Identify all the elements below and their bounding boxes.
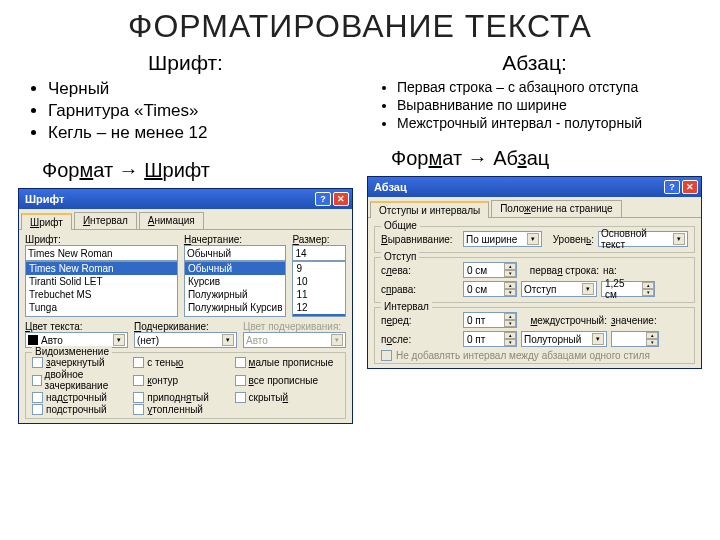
effects-legend: Видоизменение xyxy=(32,346,112,357)
right-bullets: Первая строка – с абзацного отступа Выра… xyxy=(381,79,702,131)
label-left-indent: слева: xyxy=(381,265,459,276)
list-item[interactable]: Обычный xyxy=(185,262,286,275)
font-dialog: Шрифт ? ✕ Шрифт Интервал Анимация Шрифт:… xyxy=(18,188,353,424)
list-item[interactable]: 12 xyxy=(293,301,345,314)
tab-position[interactable]: Положение на странице xyxy=(491,200,622,217)
chevron-down-icon: ▾ xyxy=(113,334,125,346)
list-item[interactable]: 9 xyxy=(293,262,345,275)
checkbox-shadow[interactable]: с тенью xyxy=(133,357,234,368)
first-line-amount-input[interactable]: 1,25 см▴▾ xyxy=(601,281,655,297)
checkbox-emboss[interactable]: приподнятый xyxy=(133,392,234,403)
label-space-before: перед: xyxy=(381,315,459,326)
tab-animation[interactable]: Анимация xyxy=(139,212,204,229)
chevron-down-icon: ▾ xyxy=(331,334,343,346)
list-item[interactable]: Курсив xyxy=(185,275,286,288)
underline-select[interactable]: (нет) ▾ xyxy=(134,332,237,348)
left-indent-input[interactable]: 0 см▴▾ xyxy=(463,262,517,278)
font-family-input[interactable]: Times New Roman xyxy=(25,245,178,261)
space-after-input[interactable]: 0 пт▴▾ xyxy=(463,331,517,347)
list-item[interactable]: Полужирный xyxy=(185,288,286,301)
line-spacing-value-input[interactable]: ▴▾ xyxy=(611,331,659,347)
font-size-input[interactable]: 14 xyxy=(292,245,346,261)
checkbox-allcaps[interactable]: все прописные xyxy=(235,369,336,391)
label-size: Размер: xyxy=(292,234,346,245)
close-button[interactable]: ✕ xyxy=(333,192,349,206)
right-heading: Абзац: xyxy=(367,51,702,75)
label-style: Начертание: xyxy=(184,234,287,245)
left-bullets: Черный Гарнитура «Times» Кегль – не мене… xyxy=(32,79,353,143)
list-item[interactable]: Tunga xyxy=(26,301,177,314)
checkbox-no-add-space: Не добавлять интервал между абзацами одн… xyxy=(381,350,688,361)
spacing-legend: Интервал xyxy=(381,301,432,312)
font-dialog-titlebar[interactable]: Шрифт ? ✕ xyxy=(19,189,352,209)
left-column: Шрифт: Черный Гарнитура «Times» Кегль – … xyxy=(18,49,353,424)
checkbox-smallcaps[interactable]: малые прописные xyxy=(235,357,336,368)
list-item[interactable]: 11 xyxy=(293,288,345,301)
help-button[interactable]: ? xyxy=(315,192,331,206)
label-space-after: после: xyxy=(381,334,459,345)
label-alignment: Выравнивание: xyxy=(381,234,459,245)
list-item[interactable]: 14 xyxy=(293,314,345,317)
help-button[interactable]: ? xyxy=(664,180,680,194)
checkbox-outline[interactable]: контур xyxy=(133,369,234,391)
label-font: Шрифт: xyxy=(25,234,178,245)
right-column: Абзац: Первая строка – с абзацного отсту… xyxy=(367,49,702,424)
label-line-spacing-value: значение: xyxy=(611,315,659,326)
list-item: Гарнитура «Times» xyxy=(48,101,353,121)
effects-group: Видоизменение зачеркнутый с тенью малые … xyxy=(25,352,346,419)
level-select[interactable]: Основной текст▾ xyxy=(598,231,688,247)
list-item[interactable]: Tiranti Solid LET xyxy=(26,275,177,288)
chevron-down-icon: ▾ xyxy=(582,283,594,295)
label-first-line: первая строка: xyxy=(521,265,599,276)
close-button[interactable]: ✕ xyxy=(682,180,698,194)
indent-group: Отступ слева: 0 см▴▾ первая строка: на: … xyxy=(374,257,695,303)
columns: Шрифт: Черный Гарнитура «Times» Кегль – … xyxy=(0,49,720,424)
chevron-down-icon: ▾ xyxy=(222,334,234,346)
line-spacing-select[interactable]: Полуторный▾ xyxy=(521,331,607,347)
slide-title: ФОРМАТИРОВАНИЕ ТЕКСТА xyxy=(0,8,720,45)
checkbox-subscript[interactable]: подстрочный xyxy=(32,404,133,415)
font-style-input[interactable]: Обычный xyxy=(184,245,287,261)
chevron-down-icon: ▾ xyxy=(527,233,539,245)
chevron-down-icon: ▾ xyxy=(673,233,685,245)
spacing-group: Интервал перед: 0 пт▴▾ междустрочный: зн… xyxy=(374,307,695,364)
space-before-input[interactable]: 0 пт▴▾ xyxy=(463,312,517,328)
checkbox-superscript[interactable]: надстрочный xyxy=(32,392,133,403)
list-item: Первая строка – с абзацного отступа xyxy=(397,79,702,95)
general-legend: Общие xyxy=(381,220,420,231)
font-family-list[interactable]: Times New Roman Tiranti Solid LET Trebuc… xyxy=(25,261,178,317)
list-item[interactable]: Times New Roman xyxy=(26,262,177,275)
list-item: Кегль – не менее 12 xyxy=(48,123,353,143)
list-item[interactable]: Полужирный Курсив xyxy=(185,301,286,314)
font-style-list[interactable]: Обычный Курсив Полужирный Полужирный Кур… xyxy=(184,261,287,317)
font-size-list[interactable]: 9 10 11 12 14 xyxy=(292,261,346,317)
checkbox-double-strike[interactable]: двойное зачеркивание xyxy=(32,369,133,391)
label-color: Цвет текста: xyxy=(25,321,128,332)
label-level: Уровень: xyxy=(546,234,594,245)
list-item: Выравнивание по ширине xyxy=(397,97,702,113)
checkbox-hidden[interactable]: скрытый xyxy=(235,392,336,403)
checkbox-strike[interactable]: зачеркнутый xyxy=(32,357,133,368)
label-underline: Подчеркивание: xyxy=(134,321,237,332)
right-indent-input[interactable]: 0 см▴▾ xyxy=(463,281,517,297)
list-item[interactable]: 10 xyxy=(293,275,345,288)
paragraph-dialog-titlebar[interactable]: Абзац ? ✕ xyxy=(368,177,701,197)
left-heading: Шрифт: xyxy=(18,51,353,75)
paragraph-dialog-tabs: Отступы и интервалы Положение на страниц… xyxy=(368,197,701,218)
first-line-select[interactable]: Отступ▾ xyxy=(521,281,597,297)
list-item[interactable]: Trebuchet MS xyxy=(26,288,177,301)
font-dialog-title: Шрифт xyxy=(25,193,64,205)
tab-font[interactable]: Шрифт xyxy=(21,213,72,230)
underline-color-select: Авто ▾ xyxy=(243,332,346,348)
chevron-down-icon: ▾ xyxy=(592,333,604,345)
tab-indents[interactable]: Отступы и интервалы xyxy=(370,201,489,218)
list-item[interactable]: Tw Cen MT xyxy=(26,314,177,317)
checkbox-engrave[interactable]: утопленный xyxy=(133,404,234,415)
tab-interval[interactable]: Интервал xyxy=(74,212,137,229)
alignment-select[interactable]: По ширине▾ xyxy=(463,231,542,247)
font-dialog-tabs: Шрифт Интервал Анимация xyxy=(19,209,352,230)
label-line-spacing: междустрочный: xyxy=(521,315,607,326)
label-first-by: на: xyxy=(603,265,625,276)
list-item: Межстрочный интервал - полуторный xyxy=(397,115,702,131)
right-menu-path: Формат → Абзац xyxy=(391,147,702,170)
